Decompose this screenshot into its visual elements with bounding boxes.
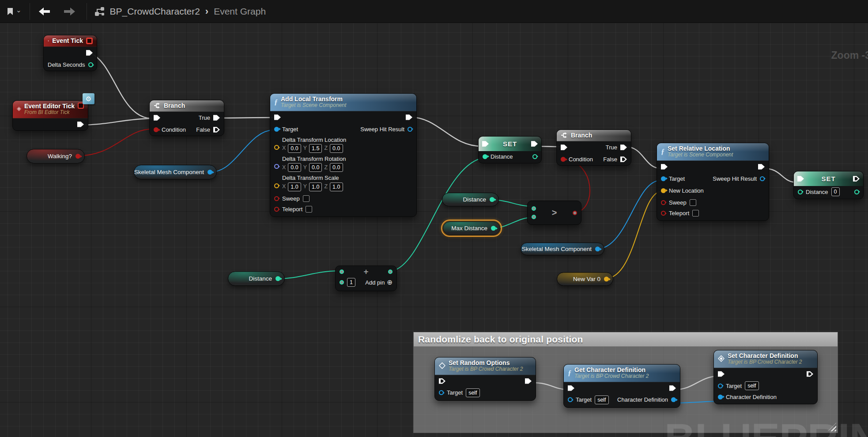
- node-get-character-definition[interactable]: ƒ Get Character Definition Target is BP …: [563, 364, 680, 408]
- node-get-skeletal-mesh-1[interactable]: Skeletal Mesh Component: [134, 165, 217, 179]
- exec-out-pin[interactable]: [669, 385, 676, 391]
- rotation-z-input[interactable]: 0.0: [330, 163, 343, 172]
- location-x-input[interactable]: 0.0: [288, 144, 301, 153]
- false-exec-pin[interactable]: [620, 156, 627, 163]
- delta-rotation-pin[interactable]: [274, 164, 279, 169]
- node-branch-2[interactable]: Branch True Condition False: [556, 129, 631, 166]
- teleport-pin[interactable]: [274, 207, 279, 212]
- wire-editortick-branch[interactable]: [79, 118, 152, 125]
- forward-button[interactable]: [60, 0, 79, 23]
- target-pin[interactable]: [274, 127, 279, 132]
- target-self-value[interactable]: self: [466, 388, 479, 397]
- exec-out-pin[interactable]: [525, 378, 532, 384]
- node-get-new-var-0[interactable]: New Var 0: [557, 272, 613, 286]
- node-get-skeletal-mesh-2[interactable]: Skeletal Mesh Component: [521, 243, 604, 255]
- exec-in-pin[interactable]: [561, 144, 567, 151]
- distance-in-pin[interactable]: [798, 190, 803, 194]
- node-set-distance-1[interactable]: SET Distance: [478, 136, 542, 163]
- add-result-pin[interactable]: [388, 270, 392, 274]
- walking-out-pin[interactable]: [75, 154, 80, 159]
- node-add[interactable]: + 1 Add pin ⊕: [335, 266, 397, 291]
- exec-out-pin[interactable]: [406, 114, 412, 121]
- teleport-pin[interactable]: [661, 211, 666, 216]
- teleport-checkbox[interactable]: [692, 210, 699, 217]
- distance-value-input[interactable]: 0: [831, 187, 840, 196]
- node-event-editor-tick[interactable]: ⚙ Event Editor Tick From BI Editor Tick: [12, 100, 88, 131]
- back-button[interactable]: [34, 0, 54, 23]
- greater-result-pin[interactable]: [573, 211, 577, 215]
- skeletal-mesh-out-pin[interactable]: [208, 170, 212, 175]
- condition-pin[interactable]: [561, 157, 566, 162]
- sweep-checkbox[interactable]: [303, 195, 309, 202]
- node-set-relative-location[interactable]: ƒ Set Relative Location Target is Scene …: [657, 143, 769, 221]
- add-input-b-pin[interactable]: [340, 280, 344, 285]
- max-distance-out-pin[interactable]: [491, 226, 496, 231]
- node-get-max-distance[interactable]: Max Distance: [443, 221, 500, 235]
- wire-branch1-alt[interactable]: [218, 118, 273, 118]
- add-pin-icon[interactable]: ⊕: [387, 278, 392, 286]
- greater-input-b-pin[interactable]: [532, 215, 536, 219]
- new-location-pin[interactable]: [661, 188, 666, 193]
- new-var-out-pin[interactable]: [604, 277, 609, 281]
- rotation-y-input[interactable]: 0.0: [309, 163, 322, 172]
- node-event-tick[interactable]: Event Tick Delta Seconds: [43, 35, 97, 71]
- exec-in-pin[interactable]: [439, 378, 445, 384]
- comment-title[interactable]: Randomlize back to original position: [414, 332, 838, 346]
- delta-location-pin[interactable]: [274, 145, 279, 150]
- greater-input-a-pin[interactable]: [532, 206, 536, 211]
- exec-in-pin[interactable]: [274, 114, 281, 121]
- add-input-b-value[interactable]: 1: [347, 278, 355, 287]
- exec-out-pin[interactable]: [807, 371, 813, 377]
- distance-out-pin[interactable]: [490, 197, 494, 202]
- wire-alt-set1[interactable]: [410, 117, 482, 146]
- target-pin[interactable]: [718, 384, 723, 388]
- breadcrumb-current[interactable]: Event Graph: [214, 6, 266, 17]
- add-input-a-pin[interactable]: [340, 270, 344, 274]
- scale-z-input[interactable]: 1.0: [330, 182, 343, 191]
- sweep-hit-result-pin[interactable]: [760, 176, 765, 181]
- location-y-input[interactable]: 1.5: [309, 144, 322, 153]
- target-self-value[interactable]: self: [745, 381, 759, 390]
- bookmark-button[interactable]: ⌄: [3, 0, 25, 23]
- breadcrumb-parent[interactable]: BP_CrowdCharacter2: [110, 6, 200, 17]
- exec-in-pin[interactable]: [154, 114, 160, 121]
- wire-eventtick-branch[interactable]: [91, 53, 152, 118]
- wire-skeletal1-target[interactable]: [211, 130, 274, 172]
- sweep-pin[interactable]: [274, 196, 279, 201]
- distance-in-pin[interactable]: [483, 154, 487, 159]
- scale-y-input[interactable]: 1.0: [309, 182, 322, 191]
- condition-pin[interactable]: [154, 127, 159, 132]
- wire-newvar-newlocation[interactable]: [606, 191, 662, 278]
- target-pin[interactable]: [439, 390, 444, 395]
- exec-in-pin[interactable]: [718, 371, 725, 377]
- wire-distance2-add[interactable]: [276, 271, 339, 279]
- node-greater-than[interactable]: >: [527, 201, 581, 225]
- location-z-input[interactable]: 0.0: [330, 144, 343, 153]
- sweep-hit-result-pin[interactable]: [408, 127, 412, 132]
- exec-out-pin[interactable]: [77, 121, 84, 128]
- exec-out-pin[interactable]: [758, 163, 765, 170]
- node-set-random-options[interactable]: Set Random Options Target is BP Crowd Ch…: [434, 357, 536, 401]
- sweep-pin[interactable]: [661, 200, 666, 205]
- wire-skeletal2-target[interactable]: [596, 180, 661, 249]
- event-graph-canvas[interactable]: Zoom -3 Randomlize back to original posi…: [0, 23, 868, 437]
- distance-out-pin[interactable]: [532, 154, 537, 159]
- exec-in-pin[interactable]: [661, 163, 668, 170]
- character-definition-out-pin[interactable]: [671, 397, 676, 402]
- rotation-x-input[interactable]: 0.0: [288, 163, 301, 172]
- distance-out-pin[interactable]: [275, 276, 280, 281]
- node-branch-1[interactable]: Branch True Condition False: [149, 100, 224, 136]
- teleport-checkbox[interactable]: [306, 206, 312, 213]
- exec-in-pin[interactable]: [568, 385, 574, 391]
- node-get-distance-1[interactable]: Distance: [442, 193, 499, 206]
- exec-out-pin[interactable]: [86, 49, 93, 56]
- delta-scale-pin[interactable]: [274, 183, 279, 188]
- node-get-walking[interactable]: Walking?: [26, 149, 85, 163]
- scale-x-input[interactable]: 1.0: [288, 182, 301, 191]
- node-set-distance-2[interactable]: SET Distance 0: [793, 171, 864, 199]
- skeletal-mesh-out-pin[interactable]: [595, 247, 600, 251]
- target-self-value[interactable]: self: [595, 395, 608, 404]
- node-get-distance-2[interactable]: Distance: [228, 271, 285, 286]
- false-exec-pin[interactable]: [213, 126, 220, 133]
- delta-seconds-pin[interactable]: [88, 62, 93, 67]
